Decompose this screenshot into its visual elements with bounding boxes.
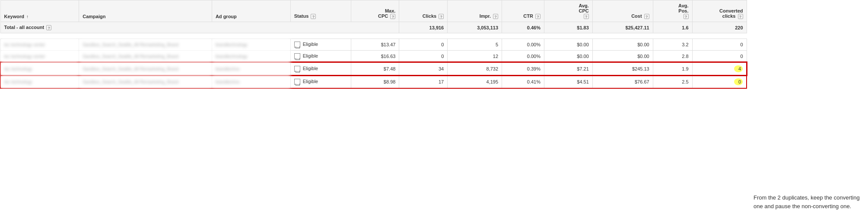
row4-avgpos: 2.5 bbox=[653, 75, 692, 88]
converted-header[interactable]: Converted clicks ? bbox=[692, 0, 747, 22]
row4-campaign: Sandbox_Search_Seattle_All Remarketing_B… bbox=[79, 75, 212, 88]
row2-impr-text: 12 bbox=[493, 54, 498, 59]
maxcpc-header[interactable]: Max. CPC ? bbox=[351, 0, 399, 22]
row4-clicks-text: 17 bbox=[439, 79, 444, 84]
total-label: Total - all account bbox=[4, 25, 45, 30]
row1-status-text: Eligible bbox=[303, 42, 318, 47]
row3-adgroup: brandtechno bbox=[212, 62, 290, 75]
row4-eligible-icon bbox=[294, 79, 300, 85]
row2-clicks: 0 bbox=[399, 51, 448, 63]
row2-ctr: 0.00% bbox=[502, 51, 544, 63]
avgcpc-help-icon[interactable]: ? bbox=[584, 14, 589, 19]
row1-campaign-text: Sandbox_Search_Seattle_All Remarketing_B… bbox=[83, 42, 178, 47]
row3-maxcpc-text: $7.48 bbox=[384, 66, 396, 71]
row4-impr-text: 4,195 bbox=[486, 79, 499, 84]
row1-clicks-text: 0 bbox=[441, 42, 444, 47]
data-row-4-nonconverting: tec technology Sandbox_Search_Seattle_Al… bbox=[0, 75, 747, 88]
avgpos-header[interactable]: Avg. Pos. ? bbox=[653, 0, 692, 22]
clicks-header[interactable]: Clicks ? bbox=[399, 0, 448, 22]
avgcpc-label-line1: Avg. bbox=[579, 3, 588, 8]
row1-converted: 0 bbox=[692, 39, 747, 51]
total-avgpos: 1.6 bbox=[682, 25, 688, 30]
adgroup-header[interactable]: Ad group bbox=[212, 0, 290, 22]
row2-clicks-text: 0 bbox=[441, 54, 444, 59]
row2-cost: $0.00 bbox=[592, 51, 653, 63]
status-help-icon[interactable]: ? bbox=[311, 14, 316, 19]
total-cost-cell: $25,427.11 bbox=[592, 22, 653, 33]
row4-campaign-text: Sandbox_Search_Seattle_All Remarketing_B… bbox=[83, 80, 178, 84]
cost-help-icon[interactable]: ? bbox=[644, 14, 649, 19]
ctr-header[interactable]: CTR ? bbox=[502, 0, 544, 22]
row4-cost-text: $76.67 bbox=[635, 79, 649, 84]
total-label-cell: Total - all account ? bbox=[0, 22, 399, 33]
row1-impr: 5 bbox=[448, 39, 502, 51]
adgroup-label: Ad group bbox=[216, 14, 237, 19]
row2-avgpos: 2.8 bbox=[653, 51, 692, 63]
row2-avgcpc: $0.00 bbox=[544, 51, 592, 63]
converted-help-icon[interactable]: ? bbox=[738, 14, 743, 19]
row3-status: Eligible bbox=[290, 62, 351, 75]
row1-keyword-text: tec technology center bbox=[4, 42, 45, 47]
row4-clicks: 17 bbox=[399, 75, 448, 88]
row2-keyword-text: tec technology center bbox=[4, 54, 45, 59]
row2-adgroup-text: brandtechnology bbox=[216, 54, 248, 59]
avgcpc-label-line2: CPC bbox=[579, 8, 589, 13]
row3-avgcpc: $7.21 bbox=[544, 62, 592, 75]
impr-help-icon[interactable]: ? bbox=[493, 14, 498, 19]
row4-maxcpc-text: $8.98 bbox=[384, 79, 396, 84]
status-header[interactable]: Status ? bbox=[290, 0, 351, 22]
row1-cost: $0.00 bbox=[592, 39, 653, 51]
campaign-header[interactable]: Campaign bbox=[79, 0, 212, 22]
row4-maxcpc: $8.98 bbox=[351, 75, 399, 88]
row1-ctr: 0.00% bbox=[502, 39, 544, 51]
clicks-label: Clicks bbox=[423, 13, 436, 19]
row4-converted: 0 bbox=[692, 75, 747, 88]
row4-status-text: Eligible bbox=[303, 79, 318, 84]
total-clicks-cell: 13,916 bbox=[399, 22, 448, 33]
row1-campaign: Sandbox_Search_Seattle_All Remarketing_B… bbox=[79, 39, 212, 51]
row2-cost-text: $0.00 bbox=[637, 54, 649, 59]
campaign-label: Campaign bbox=[83, 14, 105, 19]
row3-maxcpc: $7.48 bbox=[351, 62, 399, 75]
sort-icon[interactable]: ↑ bbox=[26, 14, 29, 19]
row4-avgcpc: $4.51 bbox=[544, 75, 592, 88]
row1-avgcpc-text: $0.00 bbox=[577, 42, 589, 47]
row2-maxcpc: $16.63 bbox=[351, 51, 399, 63]
total-row: Total - all account ? 13,916 3,053,113 0… bbox=[0, 22, 747, 33]
row4-status: Eligible bbox=[290, 75, 351, 88]
row3-avgpos-text: 1.9 bbox=[682, 66, 688, 71]
row2-maxcpc-text: $16.63 bbox=[381, 54, 396, 59]
row3-cost-text: $245.13 bbox=[632, 66, 649, 71]
row3-campaign: Sandbox_Search_Seattle_All Remarketing_B… bbox=[79, 62, 212, 75]
table-header-row: Keyword ↑ Campaign Ad group Status ? Max bbox=[0, 0, 747, 22]
data-row-2: tec technology center Sandbox_Search_Sea… bbox=[0, 51, 747, 63]
data-row-3-converting: tec technology Sandbox_Search_Seattle_Al… bbox=[0, 62, 747, 75]
cost-header[interactable]: Cost ? bbox=[592, 0, 653, 22]
row2-impr: 12 bbox=[448, 51, 502, 63]
row2-adgroup: brandtechnology bbox=[212, 51, 290, 63]
row1-avgpos: 3.2 bbox=[653, 39, 692, 51]
clicks-help-icon[interactable]: ? bbox=[439, 14, 444, 19]
row4-cost: $76.67 bbox=[592, 75, 653, 88]
spacer-row-1 bbox=[0, 33, 747, 39]
row3-clicks-text: 34 bbox=[439, 66, 444, 71]
cost-label: Cost bbox=[631, 13, 642, 19]
row1-keyword: tec technology center bbox=[0, 39, 79, 51]
total-clicks: 13,916 bbox=[429, 25, 444, 30]
maxcpc-help-icon[interactable]: ? bbox=[390, 14, 395, 19]
row1-impr-text: 5 bbox=[496, 42, 498, 47]
ctr-help-icon[interactable]: ? bbox=[535, 14, 541, 19]
row3-converted-badge: 4 bbox=[734, 65, 743, 72]
avgpos-help-icon[interactable]: ? bbox=[684, 14, 689, 19]
total-impr-cell: 3,053,113 bbox=[448, 22, 502, 33]
avgpos-label-line1: Avg. bbox=[678, 3, 688, 8]
total-help-icon[interactable]: ? bbox=[46, 25, 51, 30]
row1-cost-text: $0.00 bbox=[637, 42, 649, 47]
annotation-box: From the 2 duplicates, keep the converti… bbox=[747, 185, 868, 219]
total-ctr-cell: 0.46% bbox=[502, 22, 544, 33]
keyword-header[interactable]: Keyword ↑ bbox=[0, 0, 79, 22]
impr-label: Impr. bbox=[480, 13, 491, 19]
converted-label-line2: clicks bbox=[722, 13, 736, 19]
impr-header[interactable]: Impr. ? bbox=[448, 0, 502, 22]
avgcpc-header[interactable]: Avg. CPC ? bbox=[544, 0, 592, 22]
